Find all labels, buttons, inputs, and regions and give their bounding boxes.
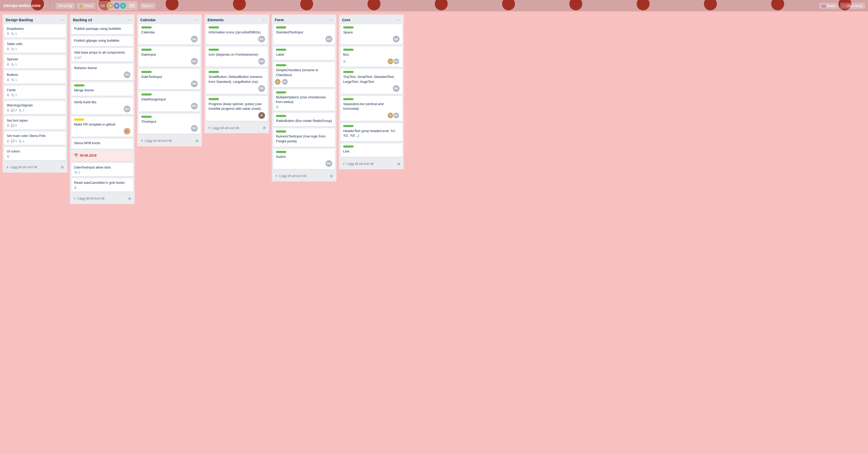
card-label-form[interactable]: Label: [273, 47, 335, 60]
card-icon-fa[interactable]: Icon (depends on FontAwesome) MA: [206, 47, 268, 67]
card-info-icons[interactable]: Information icons (zpl.io/boDM61k) MA: [206, 24, 268, 44]
card-box[interactable]: Box ☰ A MA: [341, 47, 402, 67]
card-datetextinput-meta: MA: [141, 81, 198, 87]
card-reset-cancelled[interactable]: Reset wasCancelled in grid hooks ☰: [71, 178, 133, 191]
card-calendar[interactable]: Calendar MA: [139, 24, 200, 44]
card-datetextinput-dots[interactable]: DateTextInput allow dots 📎 1: [71, 163, 133, 176]
card-text-sizes[interactable]: TinyText, SmallText, StandardText, Large…: [341, 69, 402, 94]
label-dateinput: [141, 49, 152, 51]
label-box: [343, 49, 353, 51]
card-refactor-theme-text: Refactor theme: [74, 66, 130, 70]
card-buttons-text: Buttons: [7, 72, 63, 77]
card-make-pr[interactable]: Make PR template in github 🎭: [71, 117, 133, 137]
card-checkbox[interactable]: SimpleCheckbox (rename to Checkbox) A MA: [273, 62, 335, 87]
column-calendar-menu[interactable]: ···: [193, 17, 200, 23]
card-publish-gitpage[interactable]: Publish gitpage using buildkite: [71, 36, 133, 46]
tab-private[interactable]: 🔒 Privat: [77, 3, 95, 9]
card-spinner-text: Spinner: [7, 57, 63, 62]
card-dateinput[interactable]: DateInput MA: [139, 47, 200, 67]
card-warnings[interactable]: Warnings/Signals ☰ 💬 2 📎 1: [4, 101, 66, 114]
card-multiple-options[interactable]: MultipleOptions (Use checkboxes from web…: [273, 89, 335, 111]
avatar-count: +3: [129, 3, 135, 8]
card-buttons-elem[interactable]: SmallButton, DefaultButton (rename from …: [206, 69, 268, 94]
card-font-styles[interactable]: Set font styles ☰ 💬 2: [4, 116, 66, 129]
card-progress[interactable]: Progress (keep spinner, pulse) (use invi…: [206, 96, 268, 121]
card-standard-text-input[interactable]: StandardTextInput MA: [273, 24, 335, 44]
card-link[interactable]: Link: [341, 143, 402, 157]
card-progress-text: Progress (keep spinner, pulse) (use invi…: [209, 102, 265, 111]
card-sti-meta: MA: [276, 36, 332, 42]
card-due-date[interactable]: 📅 30.06.2019: [71, 151, 133, 161]
card-spinner-meta: ☰ 📎 1: [7, 63, 63, 66]
column-backlog-v2-menu[interactable]: ···: [126, 17, 132, 23]
avatar-pr: 🎭: [124, 128, 130, 134]
card-buttons[interactable]: Buttons ☰ 📎 1: [4, 70, 66, 84]
add-card-calendar[interactable]: + Lägg till ett kort till ⊞: [139, 138, 200, 144]
card-icon-fa-meta: MA: [209, 58, 265, 65]
card-warnings-meta: ☰ 💬 2 📎 1: [7, 109, 63, 112]
card-ui-colors[interactable]: UI colors ☰: [4, 147, 66, 160]
due-date-text: 30.06.2019: [80, 153, 96, 157]
avatar-box-2: MA: [393, 58, 400, 65]
avatar-progress: P: [258, 112, 265, 119]
column-calendar-title: Calendar: [140, 18, 193, 22]
avatar-ma-switch: MA: [326, 160, 332, 167]
desc-icon-buttons: ☰: [7, 78, 9, 82]
tab-invite[interactable]: Bjud in: [140, 3, 156, 9]
os-avatars: A B C: [106, 2, 127, 9]
card-daterangeinput[interactable]: DateRangeInput MA: [139, 91, 200, 112]
column-core-menu[interactable]: ···: [395, 17, 402, 23]
card-publish-package-text: Publish package using buildkite: [74, 26, 130, 31]
desc-icon-spinner: ☰: [7, 63, 9, 66]
card-verify-build[interactable]: Verify build libs MA: [71, 98, 133, 114]
card-dropdowns-meta: ☰ 📎 1: [7, 32, 63, 35]
card-reset-cancelled-text: Reset wasCancelled in grid hooks: [74, 180, 130, 185]
card-main-color[interactable]: Set main color Stena Pink ☰ 💬 1 📎 1: [4, 131, 66, 145]
card-refactor-theme[interactable]: Refactor theme MA: [71, 64, 133, 80]
add-card-design-backlog[interactable]: + Lägg till ett kort till ⊞: [5, 164, 65, 171]
add-card-backlog-v2[interactable]: + Lägg till ett kort till ⊞: [72, 195, 132, 202]
add-card-calendar-label: Lägg till ett kort till: [145, 139, 172, 143]
tab-os[interactable]: OS A B C +3: [97, 1, 138, 10]
card-buttons-elem-text: SmallButton, DefaultButton (rename from …: [209, 74, 265, 84]
add-card-form[interactable]: + Lägg till ett kort till ⊞: [274, 173, 334, 179]
card-radio-button[interactable]: RadioButton (But create RadioGroup): [273, 113, 335, 126]
desc-icon-cards: ☰: [7, 93, 9, 97]
card-font-styles-meta: ☰ 💬 2: [7, 124, 63, 127]
card-cards[interactable]: Cards ☰ 📎 1: [4, 86, 66, 99]
label-datetextinput: [141, 71, 152, 73]
label-icon-fa: [209, 49, 219, 51]
card-space[interactable]: Space MA: [341, 24, 402, 44]
card-header-text[interactable]: HeaderText (prop headerLevel, 'h1', 'h2'…: [341, 123, 402, 141]
avatar-checkbox-2: MA: [282, 79, 288, 85]
column-elements-title: Elements: [208, 18, 260, 22]
butler-button[interactable]: 🤖 Butler: [819, 3, 838, 9]
card-numeric[interactable]: NumericTextInput (Use logic from Freight…: [273, 128, 335, 147]
card-timeinput[interactable]: TimeInput MA: [139, 114, 200, 134]
column-design-backlog-menu[interactable]: ···: [59, 17, 65, 23]
column-form-menu[interactable]: ···: [328, 17, 334, 23]
column-elements-menu[interactable]: ···: [260, 17, 267, 23]
card-dropdowns[interactable]: Dropdowns ☰ 📎 1: [4, 24, 66, 37]
show-menu-button[interactable]: ··· Visa meny: [840, 3, 865, 9]
add-card-core[interactable]: + Lägg till ett kort till ⊞: [341, 160, 402, 167]
column-form: Form ··· StandardTextInput MA Label: [272, 14, 336, 181]
card-buttons-elem-meta: MA: [209, 85, 265, 92]
label-header-text: [343, 125, 353, 127]
card-separator[interactable]: SeparatorLine (vertical and horizontal) …: [341, 96, 402, 121]
tab-personal[interactable]: Personlig: [56, 3, 75, 9]
card-publish-package[interactable]: Publish package using buildkite: [71, 24, 133, 34]
card-switch[interactable]: Switch MA: [273, 149, 335, 169]
star-icon[interactable]: ☆: [44, 4, 47, 8]
butler-label: Butler: [827, 4, 836, 8]
column-backlog-v2-title: Backlog v2: [73, 18, 126, 22]
card-datetextinput[interactable]: DateTextInput MA: [139, 69, 200, 89]
card-add-base-props[interactable]: Add base props to all components ☑ 0/7: [71, 48, 133, 61]
card-table-cells[interactable]: Table cells ☰ 📎 1: [4, 39, 66, 53]
card-stena-npm[interactable]: Stena NPM konto: [71, 139, 133, 149]
card-spinner[interactable]: Spinner ☰ 📎 1: [4, 55, 66, 68]
avatar-double-checkbox: A MA: [276, 79, 288, 85]
card-merge-theme[interactable]: Merge theme: [71, 82, 133, 96]
label-timeinput: [141, 116, 152, 118]
add-card-elements[interactable]: + Lägg till ett kort till ⊞: [207, 124, 267, 131]
